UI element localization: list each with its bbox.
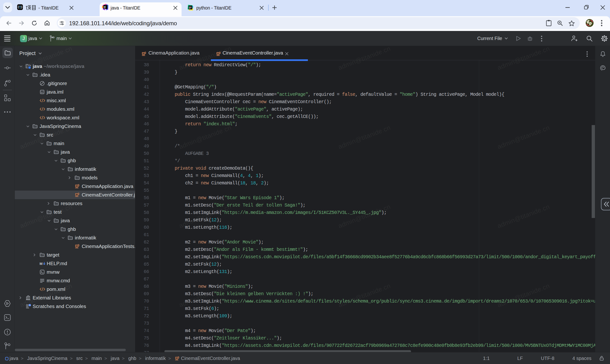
svg-text:IE: IE bbox=[104, 6, 106, 8]
svg-text:PC: PC bbox=[189, 6, 192, 9]
svg-text:M: M bbox=[39, 261, 43, 266]
